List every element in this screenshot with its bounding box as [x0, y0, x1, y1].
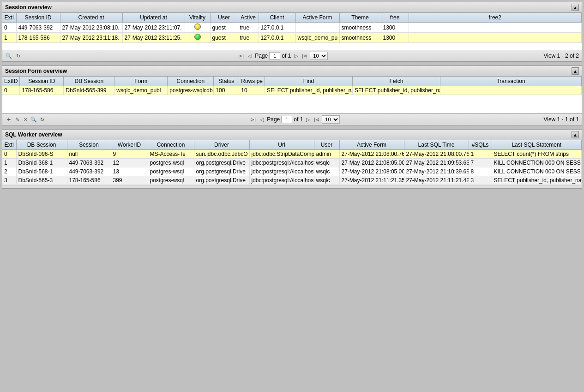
- cell-driver: org.postgresql.Drive: [194, 167, 249, 176]
- table-row[interactable]: 2 DbSnId-568-1 449-7063-392 13 postgres-…: [2, 167, 582, 176]
- cell-workerid: 399: [111, 176, 148, 185]
- cell-sessionid: 449-7063-392: [16, 23, 60, 33]
- session-form-overview-table-container: ExtID Session ID DB Session Form Connect…: [2, 77, 582, 113]
- cell-driver: sun.jdbc.odbc.JdbcO: [194, 150, 249, 159]
- session-form-pagination: ⊳| ◁ Page of 1 ▷ |⊲ 10 25 50: [249, 115, 340, 124]
- col-header-theme: Theme: [339, 13, 381, 23]
- cell-dbsession: DbSnId-368-1: [16, 159, 67, 167]
- cell-status: 100: [214, 86, 239, 95]
- cell-theme: smoothness: [339, 23, 381, 33]
- cell-extid: 0: [2, 23, 16, 33]
- sql-worker-overview-title: SQL Worker overview: [5, 131, 62, 138]
- cell-client: 127.0.0.1: [259, 33, 295, 43]
- cell-url: jdbc:postgresql://localhost: [249, 167, 314, 176]
- cell-active: true: [238, 33, 259, 43]
- cell-fetch: SELECT publisher_id, publisher_nar: [353, 86, 440, 95]
- search-icon[interactable]: 🔍: [5, 52, 12, 59]
- prev-page-btn[interactable]: ◁: [246, 52, 253, 59]
- table-row[interactable]: 0 449-7063-392 27-May-2012 23:08:10. 27-…: [2, 23, 582, 33]
- session-form-overview-collapse-btn[interactable]: ▲: [572, 67, 579, 75]
- col-header-updated: Updated at: [122, 13, 185, 23]
- col-header-sw-extid: ExtI: [2, 140, 16, 150]
- cell-connection: postgres-wsql: [148, 167, 194, 176]
- cell-updated: 27-May-2012 23:11:07.: [122, 23, 185, 33]
- session-form-overview-header: Session Form overview ▲: [2, 66, 582, 77]
- cell-connection: postgres-wsql: [148, 176, 194, 185]
- page-input[interactable]: [281, 116, 292, 123]
- last-page-btn[interactable]: |⊲: [313, 116, 320, 123]
- cell-lastsqltime: 27-May-2012 21:09:53.630: [404, 159, 469, 167]
- sql-worker-overview-table: ExtI DB Session Session WorkerID Connect…: [2, 140, 582, 185]
- col-header-sessionid: Session ID: [16, 13, 60, 23]
- sql-worker-overview-header: SQL Worker overview ▲: [2, 130, 582, 140]
- cell-rowspe: 10: [239, 86, 265, 95]
- cell-lastsqltime: 27-May-2012 21:10:39.690: [404, 167, 469, 176]
- first-page-btn[interactable]: ⊳|: [237, 52, 245, 59]
- search-icon[interactable]: 🔍: [30, 116, 37, 123]
- cell-user: wsqlc: [314, 167, 339, 176]
- cell-updated: 27-May-2012 23:11:25.: [122, 33, 185, 43]
- cell-connection: MS-Access-Te: [148, 150, 194, 159]
- edit-btn[interactable]: ✎: [13, 116, 21, 123]
- table-row[interactable]: 1 178-165-586 27-May-2012 23:11:18. 27-M…: [2, 33, 582, 43]
- cell-extid: 1: [2, 33, 16, 43]
- table-row[interactable]: 0 DbSnId-096-S null 9 MS-Access-Te sun.j…: [2, 150, 582, 159]
- table-row[interactable]: 1 DbSnId-368-1 449-7063-392 12 postgres-…: [2, 159, 582, 167]
- session-form-footer-left: + ✎ ✕ 🔍 ↻: [5, 116, 46, 123]
- cell-url: jdbc:odbc:StripDataComple: [249, 150, 314, 159]
- first-page-btn[interactable]: ⊳|: [249, 116, 257, 123]
- cell-created: 27-May-2012 23:08:10.: [60, 23, 122, 33]
- col-header-sw-url: Url: [249, 140, 314, 150]
- col-header-sf-status: Status: [214, 77, 239, 86]
- cell-dbsession: DbSnId-565-399: [64, 86, 114, 95]
- session-overview-title: Session overview: [5, 4, 52, 11]
- cell-free: 1300: [381, 23, 409, 33]
- cell-activeform: wsqlc_demo_pu: [295, 33, 339, 43]
- col-header-sw-user: User: [314, 140, 339, 150]
- cell-session: 178-165-586: [67, 176, 111, 185]
- refresh-icon[interactable]: ↻: [38, 116, 46, 123]
- session-overview-collapse-btn[interactable]: ▲: [572, 4, 579, 11]
- cell-vitality: [185, 23, 210, 33]
- sql-worker-overview-collapse-btn[interactable]: ▲: [572, 131, 579, 138]
- cell-numsqls: 1: [469, 150, 492, 159]
- col-header-sf-connection: Connection: [168, 77, 214, 86]
- cell-transaction: [440, 86, 582, 95]
- session-overview-footer-left: 🔍 ↻: [5, 52, 22, 59]
- vitality-indicator: [194, 24, 201, 30]
- page-label: Page: [267, 116, 280, 123]
- cell-activeform: 27-May-2012 21:11:21.358: [339, 176, 404, 185]
- cell-lastsql: SELECT count(*) FROM strips: [492, 150, 582, 159]
- col-header-client: Client: [259, 13, 295, 23]
- cell-url: jdbc:postgresql://localhost: [249, 176, 314, 185]
- page-input[interactable]: [269, 52, 280, 59]
- col-header-sf-find: Find: [265, 77, 353, 86]
- delete-btn[interactable]: ✕: [22, 116, 29, 123]
- session-form-overview-table: ExtID Session ID DB Session Form Connect…: [2, 77, 582, 95]
- cell-lastsqltime: 27-May-2012 21:08:00.765: [404, 150, 469, 159]
- next-page-btn[interactable]: ▷: [292, 52, 300, 59]
- cell-activeform: 27-May-2012 21:08:00.763: [339, 150, 404, 159]
- prev-page-btn[interactable]: ◁: [258, 116, 265, 123]
- vitality-indicator: [194, 34, 201, 40]
- col-header-free: free: [381, 13, 409, 23]
- col-header-extid: ExtI: [2, 13, 16, 23]
- page-size-select[interactable]: 10 25 50: [322, 115, 340, 124]
- refresh-icon[interactable]: ↻: [14, 52, 22, 59]
- session-overview-table-container: ExtI Session ID Created at Updated at Vi…: [2, 13, 582, 50]
- of-label: of 1: [294, 116, 303, 123]
- col-header-sw-activeform: Active Form: [339, 140, 404, 150]
- add-btn[interactable]: +: [5, 116, 12, 123]
- col-header-created: Created at: [60, 13, 122, 23]
- next-page-btn[interactable]: ▷: [304, 116, 312, 123]
- session-overview-panel: Session overview ▲ ExtI Session ID Creat…: [2, 2, 582, 62]
- cell-extid: 0: [2, 150, 16, 159]
- table-row[interactable]: 0 178-165-586 DbSnId-565-399 wsqlc_demo_…: [2, 86, 582, 95]
- table-row[interactable]: 3 DbSnId-565-3 178-165-586 399 postgres-…: [2, 176, 582, 185]
- page-size-select[interactable]: 10 25 50: [310, 52, 328, 60]
- cell-extid: 1: [2, 159, 16, 167]
- last-page-btn[interactable]: |⊲: [301, 52, 308, 59]
- col-header-sw-lastsql: Last SQL Statement: [492, 140, 582, 150]
- cell-lastsql: KILL CONNECTION 000 ON SESSI: [492, 167, 582, 176]
- col-header-user: User: [210, 13, 238, 23]
